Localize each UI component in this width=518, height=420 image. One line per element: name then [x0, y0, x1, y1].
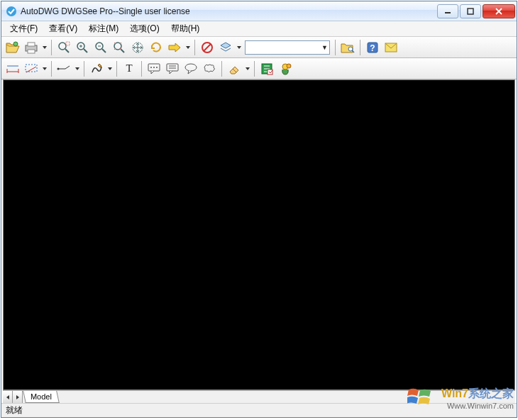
menubar: 文件(F) 查看(V) 标注(M) 选项(O) 帮助(H)	[1, 21, 517, 37]
svg-line-34	[65, 66, 70, 69]
window-title: AutoDWG DWGSee Pro--Single user license	[21, 6, 436, 16]
mail-icon	[385, 43, 397, 52]
separator	[51, 40, 52, 55]
layers-dropdown[interactable]	[236, 39, 242, 56]
maximize-icon	[467, 8, 474, 15]
status-bar: 就绪	[1, 403, 517, 417]
eraser-dropdown[interactable]	[244, 60, 250, 77]
svg-rect-40	[167, 64, 178, 71]
comment-cloud-icon	[203, 63, 216, 74]
watermark-flag-icon	[407, 387, 431, 407]
open-folder-icon	[6, 41, 20, 54]
menu-help[interactable]: 帮助(H)	[165, 21, 206, 36]
text-button[interactable]: T	[121, 60, 138, 77]
help-button[interactable]: ?	[364, 39, 381, 56]
separator	[116, 61, 117, 77]
help-icon: ?	[366, 41, 379, 54]
arrow-next-icon	[168, 43, 181, 52]
refresh-button[interactable]	[148, 39, 165, 56]
next-dropdown[interactable]	[184, 39, 191, 56]
pan-icon	[131, 41, 144, 54]
svg-point-7	[59, 43, 66, 50]
status-text: 就绪	[6, 404, 23, 416]
no-entry-icon	[201, 41, 214, 54]
comment-cloud-button[interactable]	[201, 60, 218, 77]
approve-icon	[279, 62, 292, 75]
pan-button[interactable]	[129, 39, 146, 56]
svg-point-0	[6, 6, 16, 16]
zoom-window-button[interactable]	[55, 39, 72, 56]
eraser-icon	[228, 63, 241, 74]
dim-aligned-icon	[24, 63, 38, 74]
svg-rect-2	[468, 9, 473, 14]
tab-scroll-left[interactable]	[3, 391, 13, 403]
separator	[51, 61, 52, 77]
separator	[141, 61, 142, 77]
zoom-in-icon	[76, 41, 89, 54]
stamp-icon	[260, 62, 273, 75]
menu-options[interactable]: 选项(O)	[124, 21, 165, 36]
approve-button[interactable]	[277, 60, 294, 77]
freehand-icon	[90, 62, 103, 75]
layers-icon	[219, 41, 232, 54]
svg-rect-32	[26, 65, 37, 72]
open-button[interactable]	[4, 39, 21, 56]
menu-file[interactable]: 文件(F)	[4, 21, 43, 36]
maximize-button[interactable]	[460, 4, 481, 18]
zoom-extents-button[interactable]	[111, 39, 128, 56]
cancel-button[interactable]	[199, 39, 216, 56]
tab-scroll-right[interactable]	[13, 391, 23, 403]
print-dropdown[interactable]	[41, 39, 48, 56]
next-button[interactable]	[166, 39, 183, 56]
svg-point-47	[287, 64, 291, 68]
zoom-out-button[interactable]	[92, 39, 109, 56]
layout-combo[interactable]: ▼	[245, 40, 330, 55]
svg-line-11	[84, 49, 87, 52]
close-button[interactable]	[483, 4, 515, 18]
comment-ellipse-button[interactable]	[182, 60, 199, 77]
comment-lines-icon	[166, 63, 179, 74]
svg-point-39	[156, 67, 158, 68]
tab-model[interactable]: Model	[23, 391, 60, 403]
dim-aligned-button[interactable]	[23, 60, 40, 77]
toolbar-main: ▼ ?	[1, 37, 517, 58]
layers-button[interactable]	[217, 39, 234, 56]
separator	[194, 40, 195, 55]
dim-dropdown[interactable]	[41, 60, 48, 77]
comment-rect-button[interactable]	[145, 60, 162, 77]
window-controls	[436, 4, 515, 18]
zoom-in-button[interactable]	[74, 39, 91, 56]
menu-view[interactable]: 查看(V)	[43, 21, 83, 36]
dim-ordinate-dropdown[interactable]	[74, 60, 80, 77]
dim-ordinate-icon	[57, 63, 71, 74]
eraser-button[interactable]	[226, 60, 243, 77]
menu-markup[interactable]: 标注(M)	[83, 21, 124, 36]
dim-linear-icon	[6, 63, 20, 74]
comment-ellipse-icon	[184, 63, 197, 74]
svg-point-38	[153, 67, 155, 68]
separator	[221, 61, 222, 77]
minimize-icon	[444, 8, 451, 15]
freehand-dropdown[interactable]	[106, 60, 113, 77]
separator	[335, 40, 336, 55]
svg-rect-5	[28, 43, 35, 46]
separator	[360, 40, 360, 55]
dim-ordinate-button[interactable]	[55, 60, 72, 77]
dim-linear-button[interactable]	[4, 60, 21, 77]
comment-lines-button[interactable]	[164, 60, 181, 77]
triangle-left-icon	[5, 394, 11, 400]
stamp-button[interactable]	[258, 60, 275, 77]
svg-line-15	[102, 49, 106, 52]
drawing-canvas[interactable]	[3, 79, 515, 390]
svg-point-43	[185, 64, 197, 71]
minimize-button[interactable]	[437, 4, 458, 18]
app-icon	[6, 6, 17, 17]
svg-point-3	[13, 42, 18, 46]
svg-point-37	[150, 67, 152, 68]
svg-line-8	[65, 49, 69, 52]
print-button[interactable]	[23, 39, 40, 56]
browse-button[interactable]	[339, 39, 356, 56]
mail-button[interactable]	[382, 39, 399, 56]
freehand-button[interactable]	[88, 60, 105, 77]
refresh-icon	[150, 41, 162, 54]
